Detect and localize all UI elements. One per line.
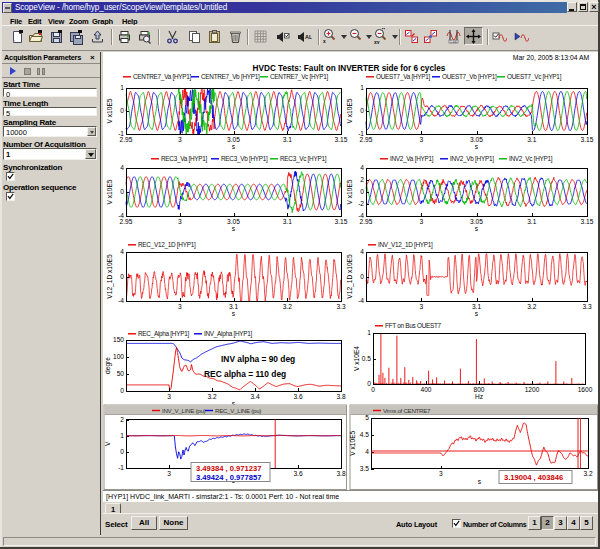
svg-text:-4: -4 [358,297,364,304]
svg-text:3.1: 3.1 [229,303,238,310]
svg-text:Hz: Hz [475,393,483,400]
svg-text:OUEST7_Va [HYP1]: OUEST7_Va [HYP1] [376,73,431,81]
svg-text:3.3: 3.3 [582,303,591,310]
svg-text:2: 2 [120,416,124,423]
svg-text:V x10E5: V x10E5 [106,179,113,204]
svg-text:0: 0 [360,188,364,195]
svg-text:0: 0 [371,386,375,393]
svg-text:3.2: 3.2 [207,393,216,400]
svg-text:INV alpha = 90 deg: INV alpha = 90 deg [221,354,295,364]
svg-text:V x10E4: V x10E4 [353,346,360,371]
svg-text:Vrms of CENTRE7: Vrms of CENTRE7 [383,407,431,414]
svg-text:OUEST7_Vb [HYP1]: OUEST7_Vb [HYP1] [442,73,497,81]
svg-text:3.4: 3.4 [250,393,259,400]
svg-text:CENTRE7_Vc [HYP1]: CENTRE7_Vc [HYP1] [270,73,329,81]
svg-text:4.5: 4.5 [360,431,369,438]
svg-text:1: 1 [360,84,364,91]
svg-text:2: 2 [360,176,364,183]
svg-text:CENTRE7_Vb [HYP1]: CENTRE7_Vb [HYP1] [201,73,260,81]
svg-text:3.49384 , 0.971237: 3.49384 , 0.971237 [196,464,261,473]
svg-text:3.15: 3.15 [581,136,594,143]
svg-text:-4: -4 [118,297,124,304]
svg-text:400: 400 [420,386,431,393]
svg-text:s: s [475,143,479,150]
svg-text:INV2_Vb [HYP1]: INV2_Vb [HYP1] [450,155,494,163]
svg-text:3: 3 [419,218,423,225]
svg-text:3.5: 3.5 [360,465,369,472]
svg-text:3: 3 [178,303,182,310]
svg-text:1: 1 [120,432,124,439]
svg-text:150: 150 [113,336,124,343]
svg-text:s: s [232,310,236,317]
svg-text:3.05: 3.05 [227,218,240,225]
svg-text:3.1: 3.1 [283,136,292,143]
svg-text:x: x [323,38,326,44]
svg-text:2.95: 2.95 [120,136,133,143]
svg-text:4: 4 [120,248,124,255]
svg-text:Mar 20, 2005 8:13:04 AM: Mar 20, 2005 8:13:04 AM [513,54,590,61]
svg-text:REC_V12_1D [HYP1]: REC_V12_1D [HYP1] [138,241,196,249]
svg-text:REC3_Va [HYP1]: REC3_Va [HYP1] [161,155,208,163]
svg-text:degre: degre [104,357,112,374]
svg-text:V x10E5: V x10E5 [346,98,353,123]
svg-text:2.95: 2.95 [360,136,373,143]
svg-text:3.8: 3.8 [336,470,345,477]
svg-text:3.6: 3.6 [293,470,302,477]
svg-text:3.49424 , 0.977857: 3.49424 , 0.977857 [196,473,261,482]
svg-text:3.1: 3.1 [527,218,536,225]
svg-text:ALL: ALL [305,34,312,40]
svg-text:INV2_Vc [HYP1]: INV2_Vc [HYP1] [509,155,553,163]
svg-text:4: 4 [120,164,124,171]
svg-text:V x10E5: V x10E5 [106,98,113,123]
svg-text:3.15: 3.15 [335,218,348,225]
svg-text:50: 50 [117,370,125,377]
svg-text:CENTRE7_Va [HYP1]: CENTRE7_Va [HYP1] [133,73,191,81]
svg-text:3: 3 [419,136,423,143]
svg-text:5: 5 [365,414,369,421]
svg-text:1200: 1200 [525,386,540,393]
svg-text:INV_Alpha [HYP1]: INV_Alpha [HYP1] [204,330,253,338]
svg-text:REC_Alpha [HYP1]: REC_Alpha [HYP1] [138,330,189,338]
svg-text:V x10E5: V x10E5 [346,179,353,204]
svg-text:3.8: 3.8 [336,393,345,400]
svg-text:2.95: 2.95 [360,218,373,225]
svg-text:OUEST7_Vc [HYP1]: OUEST7_Vc [HYP1] [507,73,562,81]
svg-text:3: 3 [167,393,171,400]
svg-text:2.95: 2.95 [120,218,133,225]
svg-text:V12_1D x10E5: V12_1D x10E5 [346,254,354,299]
svg-text:0: 0 [120,448,124,455]
svg-text:3.15: 3.15 [335,136,348,143]
svg-text:REC3_Vc [HYP1]: REC3_Vc [HYP1] [280,155,327,163]
svg-text:3: 3 [178,136,182,143]
svg-text:s: s [475,310,479,317]
svg-text:3.2: 3.2 [583,470,592,477]
svg-text:1600: 1600 [578,386,593,393]
svg-text:4: 4 [360,164,364,171]
svg-text:-1: -1 [118,464,124,471]
svg-text:REC alpha = 110 deg: REC alpha = 110 deg [204,369,286,379]
svg-text:3.3: 3.3 [336,303,345,310]
svg-text:0: 0 [360,273,364,280]
svg-text:3.19004 , 403846: 3.19004 , 403846 [504,473,563,482]
svg-text:FFT on Bus OUEST7: FFT on Bus OUEST7 [385,322,442,329]
svg-text:3.05: 3.05 [470,218,483,225]
svg-text:INV_V12_1D [HYP1]: INV_V12_1D [HYP1] [378,241,433,249]
svg-text:3.1: 3.1 [283,218,292,225]
svg-text:0: 0 [360,107,364,114]
svg-text:3.1: 3.1 [527,136,536,143]
svg-text:s: s [232,225,236,232]
svg-text:V x10E5: V x10E5 [349,430,356,455]
svg-text:3.1: 3.1 [472,303,481,310]
svg-text:3.05: 3.05 [470,136,483,143]
svg-text:800: 800 [473,386,484,393]
svg-text:0: 0 [120,188,124,195]
svg-text:4: 4 [360,248,364,255]
svg-text:3: 3 [178,218,182,225]
svg-text:3: 3 [167,470,171,477]
svg-text:REC_V_LINE (pu): REC_V_LINE (pu) [215,407,261,414]
svg-text:3.15: 3.15 [581,218,594,225]
svg-text:4: 4 [365,448,369,455]
svg-text:1: 1 [120,84,124,91]
svg-text:1.04: 1.04 [450,40,457,44]
svg-text:3.05: 3.05 [227,136,240,143]
